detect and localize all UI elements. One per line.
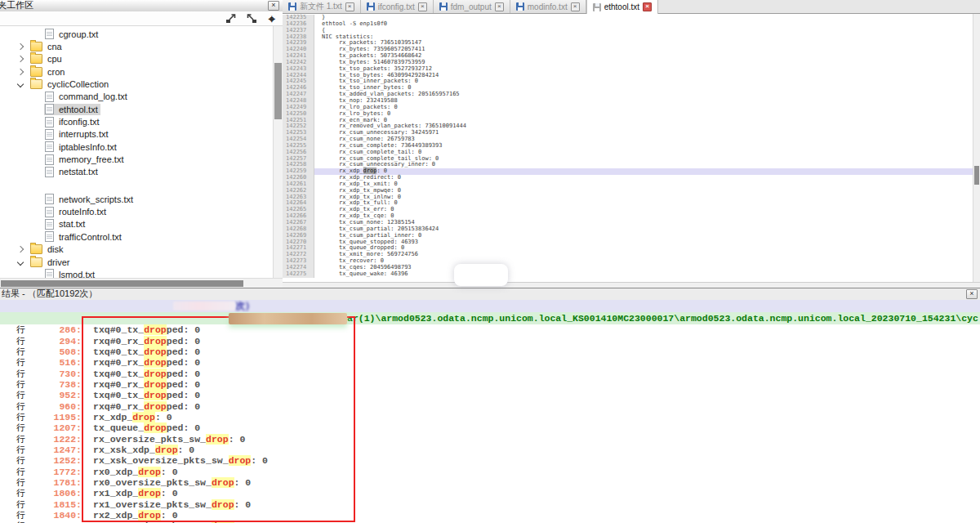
tab-close-icon[interactable]: × [418, 2, 427, 11]
tree-item-label: cpu [47, 54, 62, 64]
tab-ethtool-txt[interactable]: ethtool.txt× [586, 0, 658, 14]
locate-file-icon[interactable]: ⌖ [265, 13, 278, 25]
editor-line[interactable]: 142237{ [283, 28, 973, 34]
editor-line[interactable]: 142272 tx_xmit_more: 569724756 [283, 252, 973, 258]
editor-line-text: rx_xdp_tx_mpwqe: 0 [314, 188, 973, 194]
chevron-right-icon[interactable] [17, 56, 24, 62]
tree-hscrollbar [0, 278, 283, 288]
tree-item-netstat-txt[interactable]: netstat.txt [0, 166, 273, 178]
folder-icon [30, 67, 42, 77]
workspace-tree: cgroup.txtcnacpucroncyclicCollectioncomm… [0, 26, 273, 278]
tab-close-icon[interactable]: × [571, 2, 580, 11]
tree-item-memory-free-txt[interactable]: memory_free.txt [0, 153, 273, 165]
blur-patch-summary [173, 302, 235, 311]
tree-item-inner: lsmod.txt [44, 269, 97, 278]
tree-item-ifconfig-txt[interactable]: ifconfig.txt [0, 115, 273, 127]
tree-item-label: cron [47, 67, 65, 77]
tree-item-lsmod-txt[interactable]: lsmod.txt [0, 268, 273, 278]
tree-item-ethtool-txt[interactable]: ethtool.txt [0, 103, 273, 115]
tree-item-label: interrupts.txt [59, 129, 109, 139]
row-line-number: 1247: [29, 445, 82, 455]
tree-item-label: cgroup.txt [59, 29, 98, 39]
file-icon [45, 219, 54, 230]
chevron-right-icon[interactable] [17, 246, 24, 253]
tree-item-label: cyclicCollection [47, 79, 109, 89]
tree-item-iptablesinfo-txt[interactable]: iptablesInfo.txt [0, 141, 273, 153]
tree-item-command-log-txt[interactable]: command_log.txt [0, 91, 273, 103]
tree-item-interrupts-txt[interactable]: interrupts.txt [0, 128, 273, 141]
chevron-down-icon[interactable] [17, 81, 24, 87]
tree-item-stat-txt[interactable]: stat.txt [0, 218, 273, 230]
workspace-close-icon[interactable]: × [268, 1, 279, 11]
editor-line-text: tx_tso_inner_packets: 0 [314, 78, 973, 85]
folder-icon [30, 257, 42, 267]
editor-line-text: ethtool -S enp1s0f0 [314, 21, 973, 28]
tree-hscrollbar-thumb[interactable] [1, 280, 243, 287]
file-icon [45, 92, 54, 102]
tree-item-driver[interactable]: driver [0, 256, 273, 268]
row-line-number: 1252: [29, 455, 82, 466]
row-line-label: 行 [16, 520, 29, 523]
editor-line-text: rx_csum_unnecessary_inner: 0 [314, 162, 973, 168]
tree-item-cna[interactable]: cna [0, 40, 273, 52]
tab-ifconfig-txt[interactable]: ifconfig.txt× [361, 0, 434, 13]
tab-modinfo-txt[interactable]: modinfo.txt× [510, 0, 586, 13]
tree-item-trafficcontrol-txt[interactable]: trafficControl.txt [0, 230, 273, 243]
file-icon [45, 154, 54, 165]
editor-line-text: rx_lro_bytes: 0 [314, 111, 973, 118]
file-icon [45, 29, 54, 39]
chevron-right-icon[interactable] [17, 43, 24, 50]
annotation-red-box [82, 316, 355, 522]
tree-item-inner: cna [29, 41, 65, 52]
row-line-number: 1806: [29, 488, 82, 498]
floppy-icon [288, 2, 296, 11]
tree-item-inner: disk [29, 244, 66, 255]
tree-item-routeinfo-txt[interactable]: routeInfo.txt [0, 205, 273, 217]
tree-item-disk[interactable]: disk [0, 244, 273, 256]
editor[interactable]: 142235}142236ethtool -S enp1s0f0142237{1… [283, 14, 980, 282]
chevron-right-icon[interactable] [17, 68, 24, 74]
tree-item-cycliccollection[interactable]: cyclicCollection [0, 78, 273, 90]
tree-item-label: iptablesInfo.txt [59, 142, 117, 152]
editor-line[interactable]: 142236ethtool -S enp1s0f0 [283, 21, 973, 28]
file-icon [45, 129, 54, 140]
results-path-right: ar(1)\armod0523.odata.ncmp.unicom.local_… [347, 312, 978, 324]
editor-line-text: rx_xdp_tx_xmit: 0 [314, 181, 973, 188]
tab-close-icon[interactable]: × [643, 2, 652, 11]
tab-fdm-output[interactable]: fdm_output× [434, 0, 510, 13]
tree-item-inner: cpu [29, 53, 65, 65]
expand-all-icon[interactable] [225, 13, 238, 25]
editor-line-text: rx_lro_packets: 0 [314, 105, 973, 111]
tree-item-cpu[interactable]: cpu [0, 53, 273, 65]
results-close-icon[interactable]: × [966, 289, 978, 299]
editor-line-text: tx_added_vlan_packets: 205165957165 [314, 92, 973, 98]
tree-item-inner: memory_free.txt [44, 154, 126, 165]
file-icon [45, 104, 54, 114]
tree-item-inner: netstat.txt [44, 166, 100, 177]
tab-bar: 新文件 1.txt×ifconfig.txt×fdm_output×modinf… [283, 0, 980, 14]
file-icon [45, 269, 54, 278]
tree-item-network-scripts-txt[interactable]: network_scripts.txt [0, 193, 273, 205]
editor-line-text: rx_xdp_drop: 0 [314, 168, 973, 175]
editor-line[interactable]: 142275 tx_queue_wake: 46396 [283, 271, 973, 278]
editor-vscrollbar-thumb[interactable] [974, 166, 979, 185]
tree-item-cgroup-txt[interactable]: cgroup.txt [0, 28, 273, 40]
chevron-down-icon[interactable] [17, 258, 24, 265]
tree-item-inner: driver [29, 257, 73, 268]
tree-item-cron[interactable]: cron [0, 65, 273, 78]
file-icon [45, 194, 54, 204]
editor-hscrollbar[interactable] [283, 282, 980, 288]
tab-close-icon[interactable]: × [345, 2, 354, 11]
tree-item-inner: network_scripts.txt [44, 194, 136, 205]
folder-icon [30, 244, 42, 254]
floppy-icon [367, 2, 375, 11]
tree-item-label: network_scripts.txt [59, 194, 133, 204]
file-icon [45, 167, 54, 177]
tab-1-txt[interactable]: 新文件 1.txt× [283, 0, 361, 13]
tree-vscrollbar-thumb[interactable] [274, 63, 282, 119]
collapse-all-icon[interactable] [245, 13, 258, 25]
tab-close-icon[interactable]: × [495, 2, 504, 11]
editor-line-text: rx_xdp_tx_err: 0 [314, 207, 973, 213]
results-header-text: 结果 - （匹配10192次） [2, 288, 97, 298]
editor-line-text: } [314, 15, 973, 21]
